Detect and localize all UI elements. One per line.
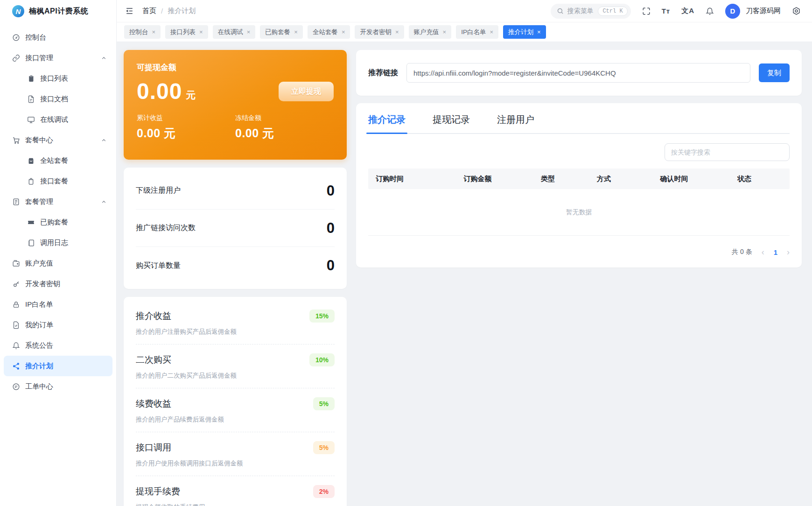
breadcrumb: 首页 / 推介计划: [142, 7, 196, 15]
tab-label: 控制台: [129, 28, 148, 36]
tab-label: 开发者密钥: [360, 28, 392, 36]
open-tabs-bar: 控制台× 接口列表× 在线调试× 已购套餐× 全站套餐× 开发者密钥× 账户充值…: [117, 22, 812, 42]
sidebar-item-label: 套餐管理: [25, 197, 53, 206]
tab-close-icon[interactable]: ×: [152, 29, 156, 35]
tab-registered-users[interactable]: 注册用户: [497, 113, 534, 133]
sidebar-item-label: 推介计划: [25, 362, 53, 371]
search-menu-button[interactable]: 搜索菜单 Ctrl K: [551, 4, 631, 19]
rate-badge: 5%: [313, 397, 335, 410]
stat-value: 0: [327, 257, 335, 274]
commission-row-api-calls: 接口调用 5% 推介用户使用余额调用接口后返佣金额: [136, 432, 335, 476]
stat-label: 推广链接访问次数: [136, 223, 196, 233]
tab-close-icon[interactable]: ×: [395, 29, 399, 35]
file-text-icon: [27, 95, 35, 103]
tab-close-icon[interactable]: ×: [247, 29, 251, 35]
sidebar-item-ip-whitelist[interactable]: IP白名单: [4, 294, 112, 315]
tab-close-icon[interactable]: ×: [490, 29, 493, 35]
user-name[interactable]: 刀客源码网: [746, 7, 781, 15]
sidebar-item-label: 账户充值: [25, 259, 53, 268]
cart-icon: [12, 136, 20, 144]
sidebar-item-label: 工单中心: [25, 382, 53, 391]
sidebar-item-api-packages[interactable]: 接口套餐: [4, 171, 112, 191]
notification-bell-icon[interactable]: [706, 7, 714, 15]
breadcrumb-home[interactable]: 首页: [142, 7, 156, 15]
column-confirm-time: 确认时间: [653, 175, 730, 183]
prev-page-icon[interactable]: ‹: [762, 248, 764, 256]
tab-api-list[interactable]: 接口列表×: [165, 25, 208, 39]
tab-close-icon[interactable]: ×: [443, 29, 447, 35]
tab-close-icon[interactable]: ×: [537, 29, 541, 35]
copy-link-button[interactable]: 复制: [759, 63, 790, 82]
commission-row-renewal-earnings: 续费收益 5% 推介的用户产品续费后返佣金额: [136, 388, 335, 432]
rate-badge: 2%: [313, 485, 335, 498]
wallet-card-title: 可提现金额: [137, 62, 334, 73]
tab-close-icon[interactable]: ×: [342, 29, 345, 35]
current-page-number[interactable]: 1: [774, 248, 777, 256]
bag-icon: [27, 177, 35, 185]
notebook-icon: [27, 239, 35, 247]
sidebar-item-purchased-packages[interactable]: 已购套餐: [4, 212, 112, 232]
tab-account-recharge[interactable]: 账户充值×: [409, 25, 452, 39]
lock-icon: [12, 301, 20, 309]
sidebar-group-package-management[interactable]: 套餐管理: [4, 191, 112, 212]
referral-link-input[interactable]: [406, 63, 750, 83]
chevron-up-icon: [101, 55, 107, 61]
settings-gear-icon[interactable]: [792, 7, 801, 15]
keyword-search-input[interactable]: [665, 143, 790, 161]
font-size-icon[interactable]: Tт: [662, 7, 671, 15]
sidebar-item-my-orders[interactable]: 我的订单: [4, 315, 112, 335]
sidebar-item-account-recharge[interactable]: 账户充值: [4, 253, 112, 274]
sidebar-item-ticket-center[interactable]: 工单中心: [4, 376, 112, 397]
sidebar-item-label: 我的订单: [25, 321, 53, 330]
translate-icon[interactable]: 文A: [681, 7, 694, 15]
sidebar-item-developer-keys[interactable]: 开发者密钥: [4, 274, 112, 294]
commission-row-withdrawal-fee: 提现手续费 2% 提现金额收取的手续费用: [136, 476, 335, 506]
cumulative-earnings-stat: 累计收益 0.00 元: [137, 114, 235, 141]
next-page-icon[interactable]: ›: [787, 248, 790, 256]
sidebar-item-site-packages[interactable]: 全站套餐: [4, 150, 112, 171]
chat-icon: [12, 383, 20, 391]
sidebar-item-label: 系统公告: [25, 341, 53, 350]
logo-letter: N: [16, 7, 21, 15]
tab-developer-keys[interactable]: 开发者密钥×: [355, 25, 404, 39]
tab-label: 全站套餐: [313, 28, 338, 36]
sidebar-menu: 控制台 接口管理 接口列表 接口文档 在线调试 套餐中心 全站套餐: [0, 22, 116, 401]
user-avatar[interactable]: D: [725, 4, 740, 19]
search-placeholder-text: 搜索菜单: [567, 7, 594, 15]
sidebar-group-api-management[interactable]: 接口管理: [4, 48, 112, 68]
tab-purchased-packages[interactable]: 已购套餐×: [260, 25, 303, 39]
sidebar-item-api-list[interactable]: 接口列表: [4, 68, 112, 89]
sidebar-item-label: 接口列表: [40, 74, 68, 83]
withdraw-now-button[interactable]: 立即提现: [279, 82, 334, 101]
sidebar-item-call-logs[interactable]: 调用日志: [4, 232, 112, 253]
gauge-icon: [12, 34, 20, 42]
search-shortcut-badge: Ctrl K: [598, 7, 627, 16]
tab-close-icon[interactable]: ×: [294, 29, 298, 35]
commission-description: 推介的用户产品续费后返佣金额: [136, 415, 335, 424]
tab-withdrawal-records[interactable]: 提现记录: [433, 113, 470, 133]
records-tab-list: 推介记录 提现记录 注册用户: [368, 113, 790, 134]
tab-ip-whitelist[interactable]: IP白名单×: [456, 25, 498, 39]
sidebar-item-system-announcements[interactable]: 系统公告: [4, 335, 112, 356]
referral-link-card: 推荐链接 复制: [356, 50, 802, 96]
sidebar-item-label: 接口管理: [25, 54, 53, 63]
sidebar-item-online-debug[interactable]: 在线调试: [4, 109, 112, 130]
tab-online-debug[interactable]: 在线调试×: [213, 25, 256, 39]
menu-fold-icon[interactable]: [125, 7, 134, 15]
sidebar-item-referral-plan[interactable]: 推介计划: [4, 356, 112, 376]
stat-value: 0: [327, 220, 335, 237]
fullscreen-icon[interactable]: [642, 7, 651, 15]
tab-dashboard[interactable]: 控制台×: [124, 25, 161, 39]
sidebar-item-api-docs[interactable]: 接口文档: [4, 89, 112, 109]
tab-site-packages[interactable]: 全站套餐×: [308, 25, 350, 39]
stat-value: 0.00 元: [235, 126, 334, 141]
column-type: 类型: [533, 175, 589, 183]
breadcrumb-current: 推介计划: [168, 7, 196, 15]
tab-referral-records[interactable]: 推介记录: [368, 113, 406, 133]
tab-referral-plan[interactable]: 推介计划×: [503, 25, 546, 39]
tab-close-icon[interactable]: ×: [199, 29, 203, 35]
sidebar-item-dashboard[interactable]: 控制台: [4, 27, 112, 48]
sidebar-group-package-center[interactable]: 套餐中心: [4, 130, 112, 150]
sidebar-item-label: 接口文档: [40, 95, 68, 104]
tab-label: 推介计划: [508, 28, 533, 36]
